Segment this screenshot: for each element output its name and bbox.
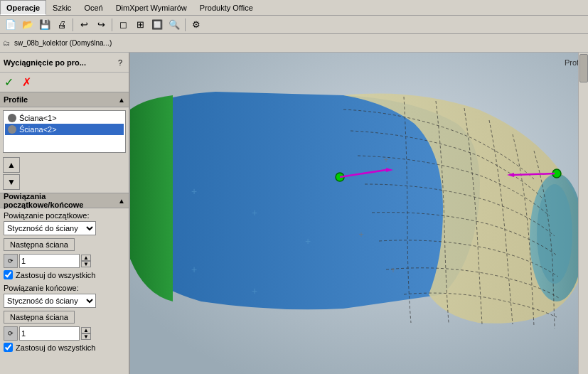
panel-header: Wyciągnięcie po pro... ?	[0, 53, 129, 73]
file-title: sw_08b_kolektor (Domyślna...)	[14, 39, 112, 47]
menu-dimxpert[interactable]: DimXpert Wymiarów	[109, 0, 193, 15]
svg-text:+: +	[191, 264, 197, 275]
check-all-1[interactable]	[4, 270, 13, 279]
spinner-icon-2: ⟳	[4, 326, 18, 341]
spinner-down-1[interactable]: ▼	[81, 261, 91, 267]
next-wall-button-2[interactable]: Następna ściana	[4, 311, 75, 324]
svg-point-2	[537, 184, 572, 284]
next-wall-button-1[interactable]: Następna ściana	[4, 238, 75, 251]
menu-produkty[interactable]: Produkty Office	[193, 0, 260, 15]
svg-text:+: +	[390, 265, 395, 275]
viewport[interactable]: + + + + + + + + Profil	[130, 53, 588, 374]
profile-section-title: Profile	[4, 95, 28, 104]
sep3	[185, 18, 186, 31]
spinner-input-1[interactable]	[19, 254, 80, 268]
face-icon-1	[8, 125, 16, 134]
sep1	[73, 18, 73, 31]
constraints-collapse-icon[interactable]: ▲	[118, 197, 125, 205]
sep2	[112, 18, 112, 31]
start-constraint-select[interactable]: Styczność do ściany Brak Prostopadłe Kie…	[4, 221, 96, 235]
toolbar-save[interactable]: 💾	[37, 17, 53, 33]
spinner-up-2[interactable]: ▲	[81, 327, 91, 333]
svg-text:+: +	[252, 207, 257, 218]
profile-item-label-1: Ściana<2>	[19, 125, 57, 134]
move-down-button[interactable]: ▼	[3, 174, 20, 190]
spinner-input-2[interactable]	[19, 326, 80, 341]
spinner-row-1: ⟳ ▲ ▼	[4, 254, 125, 268]
profile-list[interactable]: Ściana<1> Ściana<2>	[3, 110, 126, 153]
toolbar-redo[interactable]: ↪	[93, 17, 109, 33]
check-all-label-1: Zastosuj do wszystkich	[16, 271, 95, 279]
toolbar-view[interactable]: ⊞	[132, 17, 148, 33]
svg-text:+: +	[383, 155, 388, 165]
menu-szkic[interactable]: Szkic	[46, 0, 77, 15]
svg-text:+: +	[252, 285, 257, 296]
end-constraint-label: Powiązanie końcowe:	[4, 284, 125, 292]
toolbar-zoom[interactable]: 🔍	[166, 17, 182, 33]
spinner-down-2[interactable]: ▼	[81, 333, 91, 340]
svg-text:+: +	[305, 235, 311, 247]
constraints-section-title: Powiązania początkowe/końcowe	[4, 192, 118, 209]
toolbar-orient[interactable]: 🔲	[149, 17, 165, 33]
toolbar-new[interactable]: 📄	[3, 17, 18, 33]
profile-collapse-icon[interactable]: ▲	[118, 96, 125, 104]
move-up-button[interactable]: ▲	[3, 157, 20, 173]
toolbar-open[interactable]: 📂	[20, 17, 36, 33]
vertical-scrollbar[interactable]	[578, 53, 588, 374]
left-panel: Wyciągnięcie po pro... ? ✓ ✗ Profile ▲ Ś…	[0, 53, 130, 374]
spinner-row-2: ⟳ ▲ ▼	[4, 326, 125, 341]
end-constraint-select[interactable]: Styczność do ściany Brak Prostopadłe Kie…	[4, 294, 96, 308]
check-all-label-2: Zastosuj do wszystkich	[16, 343, 95, 352]
profile-item-0[interactable]: Ściana<1>	[5, 112, 124, 124]
menu-ocen[interactable]: Oceń	[77, 0, 109, 15]
spinner-arrows-2: ▲ ▼	[81, 327, 91, 340]
profile-section-header[interactable]: Profile ▲	[0, 92, 129, 107]
check-row-1: Zastosuj do wszystkich	[4, 270, 125, 279]
profile-list-area: Ściana<1> Ściana<2> ▲ ▼	[0, 107, 129, 193]
ok-button[interactable]: ✓	[4, 75, 14, 89]
constraints-section-header[interactable]: Powiązania początkowe/końcowe ▲	[0, 193, 129, 208]
ok-cancel-row: ✓ ✗	[0, 73, 129, 92]
scroll-thumb-v[interactable]	[579, 54, 588, 82]
face-icon-0	[8, 114, 16, 122]
profile-item-1[interactable]: Ściana<2>	[5, 124, 124, 135]
toolbar-3d[interactable]: ◻	[115, 17, 131, 33]
toolbar-main: 📄 📂 💾 🖨 ↩ ↪ ◻ ⊞ 🔲 🔍 ⚙	[0, 16, 588, 34]
check-all-2[interactable]	[4, 343, 13, 352]
toolbar-options[interactable]: ⚙	[188, 17, 204, 33]
check-row-2: Zastosuj do wszystkich	[4, 343, 125, 352]
svg-text:+: +	[191, 186, 197, 197]
3d-scene-svg: + + + + + + + +	[130, 53, 588, 374]
help-icon[interactable]: ?	[118, 58, 122, 67]
toolbar-print[interactable]: 🖨	[54, 17, 70, 33]
document-icon: 🗂	[3, 39, 10, 47]
toolbar-undo[interactable]: ↩	[76, 17, 92, 33]
main-layout: Wyciągnięcie po pro... ? ✓ ✗ Profile ▲ Ś…	[0, 53, 588, 374]
panel-title: Wyciągnięcie po pro...	[4, 58, 118, 67]
spinner-icon-1: ⟳	[4, 254, 18, 268]
cancel-button[interactable]: ✗	[22, 75, 31, 89]
profile-item-label-0: Ściana<1>	[19, 114, 57, 122]
start-constraint-label: Powiązanie początkowe:	[4, 211, 125, 220]
menu-operacje[interactable]: Operacje	[0, 0, 46, 15]
spinner-arrows-1: ▲ ▼	[81, 255, 91, 267]
constraints-form: Powiązanie początkowe: Styczność do ścia…	[0, 208, 129, 356]
arrow-buttons: ▲ ▼	[3, 157, 126, 190]
menu-bar: Operacje Szkic Oceń DimXpert Wymiarów Pr…	[0, 0, 588, 16]
toolbar-secondary: 🗂 sw_08b_kolektor (Domyślna...)	[0, 34, 588, 53]
svg-text:+: +	[358, 230, 363, 240]
spinner-up-1[interactable]: ▲	[81, 255, 91, 261]
